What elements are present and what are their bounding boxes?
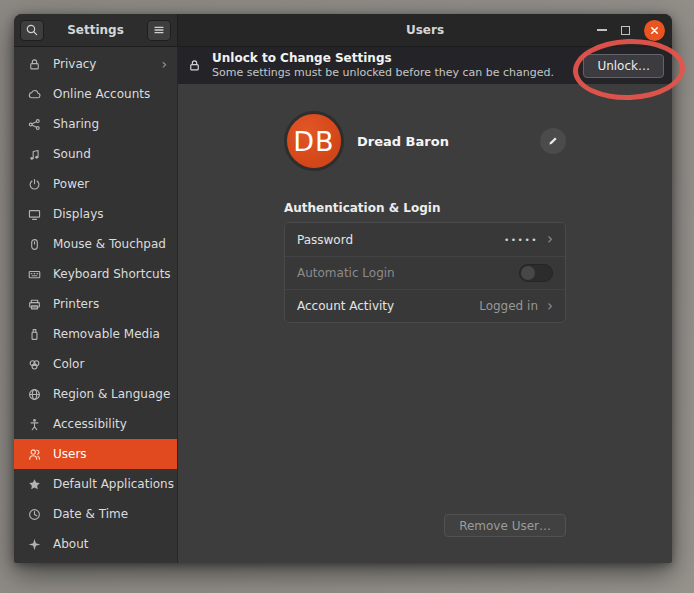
avatar: DB xyxy=(284,111,344,171)
sidebar-item-online-accounts[interactable]: Online Accounts xyxy=(14,79,177,109)
sidebar-item-displays[interactable]: Displays xyxy=(14,199,177,229)
search-icon xyxy=(25,23,39,37)
keyboard-icon xyxy=(27,267,42,282)
auth-card: Password ••••• › Automatic Login xyxy=(284,222,566,323)
lock-icon xyxy=(27,57,42,72)
removable-icon xyxy=(27,327,42,342)
automatic-login-row[interactable]: Automatic Login xyxy=(285,256,565,289)
color-icon xyxy=(27,357,42,372)
sidebar-item-privacy[interactable]: Privacy› xyxy=(14,49,177,79)
password-label: Password xyxy=(297,233,353,247)
banner-text: Unlock to Change Settings Some settings … xyxy=(212,51,554,80)
sound-icon xyxy=(27,147,42,162)
section-heading: Authentication & Login xyxy=(284,201,566,215)
sidebar-item-label: About xyxy=(53,537,88,551)
users-icon xyxy=(27,447,42,462)
maximize-button[interactable] xyxy=(621,26,630,35)
account-activity-row[interactable]: Account Activity Logged in › xyxy=(285,289,565,322)
sidebar-item-label: Date & Time xyxy=(53,507,128,521)
pencil-icon xyxy=(547,135,559,147)
sidebar-item-label: Users xyxy=(53,447,87,461)
accessibility-icon xyxy=(27,417,42,432)
users-content: DB Dread Baron Authentication & Login Pa… xyxy=(178,84,672,563)
clock-icon xyxy=(27,507,42,522)
share-icon xyxy=(27,117,42,132)
remove-user-button[interactable]: Remove User… xyxy=(444,514,566,537)
account-activity-label: Account Activity xyxy=(297,299,394,313)
unlock-banner: Unlock to Change Settings Some settings … xyxy=(178,47,672,84)
globe-icon xyxy=(27,387,42,402)
sidebar-item-printers[interactable]: Printers xyxy=(14,289,177,319)
sidebar-item-sound[interactable]: Sound xyxy=(14,139,177,169)
sidebar-item-accessibility[interactable]: Accessibility xyxy=(14,409,177,439)
sidebar-item-default-applications[interactable]: Default Applications xyxy=(14,469,177,499)
sidebar-item-label: Default Applications xyxy=(53,477,174,491)
sidebar-list: Privacy›Online AccountsSharingSoundPower… xyxy=(14,47,178,563)
displays-icon xyxy=(27,207,42,222)
printer-icon xyxy=(27,297,42,312)
sidebar-item-label: Mouse & Touchpad xyxy=(53,237,166,251)
banner-title: Unlock to Change Settings xyxy=(212,51,554,66)
sidebar-item-label: Printers xyxy=(53,297,99,311)
automatic-login-label: Automatic Login xyxy=(297,266,395,280)
settings-window: Settings Users Privacy›Online AccountsSh… xyxy=(14,14,672,563)
sidebar-item-region-language[interactable]: Region & Language xyxy=(14,379,177,409)
password-row[interactable]: Password ••••• › xyxy=(285,223,565,256)
footer-actions: Remove User… xyxy=(284,514,566,537)
sidebar-item-removable-media[interactable]: Removable Media xyxy=(14,319,177,349)
power-icon xyxy=(27,177,42,192)
menu-button[interactable] xyxy=(147,20,171,41)
user-name: Dread Baron xyxy=(357,134,449,149)
sidebar-item-label: Power xyxy=(53,177,89,191)
star-icon xyxy=(27,477,42,492)
banner-subtitle: Some settings must be unlocked before th… xyxy=(212,66,554,80)
user-row: DB Dread Baron xyxy=(284,111,566,171)
minimize-button[interactable] xyxy=(597,29,607,31)
main-pane: Unlock to Change Settings Some settings … xyxy=(178,47,672,563)
window-controls xyxy=(597,20,672,41)
sidebar-item-power[interactable]: Power xyxy=(14,169,177,199)
sidebar-item-label: Color xyxy=(53,357,84,371)
sidebar-item-label: Sharing xyxy=(53,117,99,131)
toggle-knob xyxy=(521,266,535,280)
sidebar-item-about[interactable]: About xyxy=(14,529,177,559)
lock-icon xyxy=(187,58,202,73)
sidebar-item-label: Keyboard Shortcuts xyxy=(53,267,171,281)
sidebar-item-label: Displays xyxy=(53,207,103,221)
close-icon xyxy=(649,25,660,36)
sidebar-item-users[interactable]: Users xyxy=(14,439,177,469)
mouse-icon xyxy=(27,237,42,252)
sidebar-item-label: Region & Language xyxy=(53,387,170,401)
unlock-button[interactable]: Unlock… xyxy=(583,54,664,78)
chevron-right-icon: › xyxy=(547,232,553,247)
titlebar: Settings Users xyxy=(14,14,672,47)
sidebar-item-mouse-touchpad[interactable]: Mouse & Touchpad xyxy=(14,229,177,259)
hamburger-icon xyxy=(152,23,166,37)
sidebar-title: Settings xyxy=(67,23,124,37)
sidebar-item-color[interactable]: Color xyxy=(14,349,177,379)
sidebar-item-sharing[interactable]: Sharing xyxy=(14,109,177,139)
sidebar-item-label: Removable Media xyxy=(53,327,160,341)
chevron-right-icon: › xyxy=(161,57,167,71)
sidebar-item-label: Privacy xyxy=(53,57,96,71)
password-value: ••••• xyxy=(504,235,538,245)
sidebar-item-label: Online Accounts xyxy=(53,87,150,101)
titlebar-content-section: Users xyxy=(178,14,672,47)
sidebar-item-keyboard-shortcuts[interactable]: Keyboard Shortcuts xyxy=(14,259,177,289)
close-button[interactable] xyxy=(644,20,665,41)
account-activity-value: Logged in xyxy=(479,299,538,313)
cloud-icon xyxy=(27,87,42,102)
chevron-right-icon: › xyxy=(547,299,553,314)
search-button[interactable] xyxy=(20,20,44,41)
sidebar-item-date-time[interactable]: Date & Time xyxy=(14,499,177,529)
sidebar-item-label: Accessibility xyxy=(53,417,127,431)
sparkle-icon xyxy=(27,537,42,552)
titlebar-sidebar-section: Settings xyxy=(14,14,178,47)
automatic-login-toggle[interactable] xyxy=(519,264,553,282)
sidebar-item-label: Sound xyxy=(53,147,91,161)
edit-user-button[interactable] xyxy=(540,128,566,154)
